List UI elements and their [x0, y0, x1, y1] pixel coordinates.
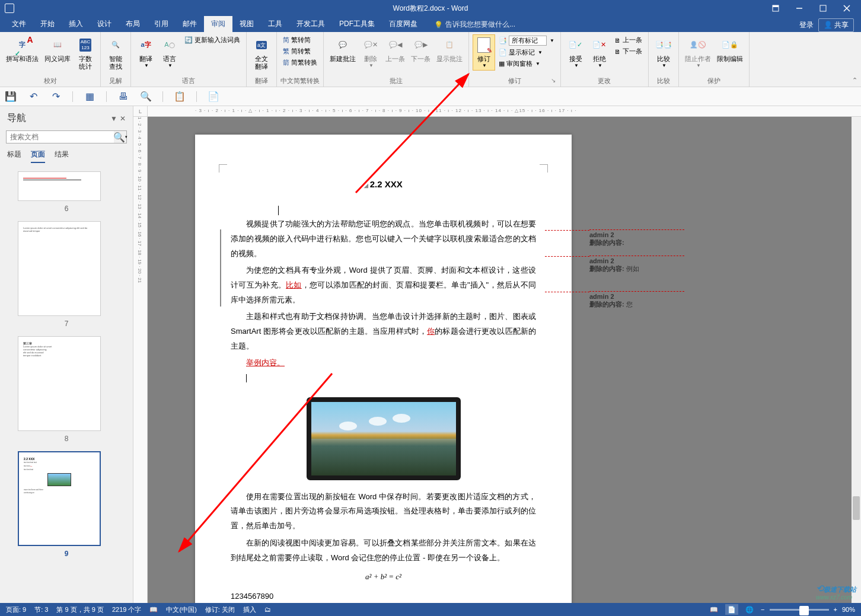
- track-changes-button[interactable]: ✎ 修订▼: [473, 34, 495, 71]
- tab-references[interactable]: 引用: [147, 16, 176, 32]
- trad-to-simp-button[interactable]: 繁简转繁: [280, 46, 320, 57]
- zoom-in-button[interactable]: +: [834, 606, 837, 613]
- document-scroll[interactable]: ◢ 2.2 XXX 视频提供了功能强大的方法帮助您证明您的观点。当您单击联机视频…: [148, 117, 861, 603]
- tab-pdf[interactable]: PDF工具集: [332, 16, 382, 32]
- tab-view[interactable]: 视图: [232, 16, 261, 32]
- maximize-button[interactable]: [811, 0, 835, 17]
- redo-button[interactable]: ↷: [50, 91, 62, 103]
- status-page-of[interactable]: 第 9 页，共 9 页: [56, 605, 103, 614]
- delete-comment-button[interactable]: 💬✕ 删除▼: [359, 34, 382, 71]
- language-button[interactable]: A◯ 语言▼: [158, 34, 181, 71]
- save-button[interactable]: 💾: [5, 91, 17, 103]
- page-thumb-6[interactable]: [18, 171, 101, 201]
- review-pane-button[interactable]: ▦审阅窗格▼: [496, 58, 557, 69]
- spelling-button[interactable]: 字A✓ 拼写和语法: [4, 34, 41, 65]
- smart-lookup-button[interactable]: 🔍 智能 查找: [104, 34, 127, 72]
- tab-developer[interactable]: 开发工具: [289, 16, 332, 32]
- view-read-button[interactable]: 📖: [707, 604, 720, 615]
- new-comment-button[interactable]: 💬 新建批注: [327, 34, 358, 65]
- status-page[interactable]: 页面: 9: [6, 605, 26, 614]
- login-link[interactable]: 登录: [799, 20, 814, 30]
- view-print-button[interactable]: 📄: [725, 604, 738, 615]
- simp-to-trad-button[interactable]: 简繁转简: [280, 34, 320, 46]
- status-words[interactable]: 2219 个字: [112, 605, 142, 614]
- ribbon-display-options-icon[interactable]: [764, 0, 787, 17]
- full-translate-button[interactable]: a文 全文 翻译: [250, 34, 273, 72]
- tab-design[interactable]: 设计: [90, 16, 119, 32]
- translate-button[interactable]: a字 翻译▼: [135, 34, 157, 71]
- prev-change-button[interactable]: 🗎上一条: [612, 34, 645, 46]
- qa-print-icon[interactable]: 🖶: [117, 91, 129, 103]
- revision-label: 删除的内容:: [589, 239, 624, 246]
- nav-tab-headings[interactable]: 标题: [7, 149, 21, 163]
- thesaurus-button[interactable]: 📖 同义词库: [42, 34, 73, 65]
- zoom-out-button[interactable]: −: [761, 606, 764, 613]
- doc-heading: ◢ 2.2 XXX: [231, 176, 536, 193]
- vertical-ruler[interactable]: 1 · 2 · 3 · 4 · 5 · 6 · 7 · 8 · 9 · 10 ·…: [133, 117, 148, 603]
- status-section[interactable]: 节: 3: [34, 605, 48, 614]
- tab-review[interactable]: 审阅: [204, 16, 232, 32]
- close-button[interactable]: [835, 0, 859, 17]
- show-comments-button[interactable]: 📋 显示批注: [434, 34, 465, 65]
- share-button[interactable]: 👤 共享: [818, 18, 854, 32]
- next-comment-button[interactable]: 💬▶ 下一条: [409, 34, 433, 65]
- revision-balloon-1[interactable]: admin 2 删除的内容:: [589, 229, 684, 247]
- vertical-scrollbar[interactable]: [852, 117, 861, 603]
- accept-button[interactable]: 📄✓ 接受▼: [565, 34, 587, 71]
- tell-me-search[interactable]: 💡 告诉我您想要做什么...: [429, 17, 520, 32]
- accept-label: 接受: [569, 55, 582, 63]
- markup-dropdown[interactable]: 📑所有标记▼: [496, 34, 557, 47]
- restrict-editing-button[interactable]: 📄🔒 限制编辑: [715, 34, 745, 65]
- show-markup-button[interactable]: 📄显示标记▼: [496, 47, 557, 58]
- tab-layout[interactable]: 布局: [119, 16, 147, 32]
- update-ime-button[interactable]: 🔄 更新输入法词典: [182, 34, 243, 46]
- collapse-ribbon-icon[interactable]: ⌃: [852, 76, 857, 84]
- ime-icon: 🔄: [184, 36, 193, 44]
- minimize-button[interactable]: [787, 0, 811, 17]
- page-thumb-9[interactable]: 2.2 XXX text text text texttext text ---…: [18, 451, 101, 546]
- status-track[interactable]: 修订: 关闭: [205, 605, 235, 614]
- zoom-level[interactable]: 90%: [842, 606, 855, 613]
- page-thumb-7[interactable]: Lorem ipsum dolor sit amet consectetur a…: [18, 221, 101, 316]
- tab-tools[interactable]: 工具: [261, 16, 289, 32]
- qa-find-icon[interactable]: 🔍: [140, 91, 152, 103]
- nav-tab-results[interactable]: 结果: [55, 149, 69, 163]
- undo-button[interactable]: ↶: [27, 91, 39, 103]
- prev-comment-button[interactable]: 💬◀ 上一条: [383, 34, 407, 65]
- spelling-label: 拼写和语法: [6, 55, 39, 63]
- block-authors-button[interactable]: 👤🚫 阻止作者▼: [683, 34, 713, 71]
- nav-search-input[interactable]: [6, 130, 127, 143]
- status-extra-icon[interactable]: 🗂: [264, 606, 271, 613]
- word-count-button[interactable]: ABC123 字数 统计: [74, 34, 97, 72]
- next-change-button[interactable]: 🗎下一条: [612, 46, 645, 57]
- revision-balloon-3[interactable]: admin 2 删除的内容: 您: [589, 291, 684, 309]
- tab-baidu[interactable]: 百度网盘: [382, 16, 425, 32]
- status-language[interactable]: 中文(中国): [166, 605, 196, 614]
- convert-button[interactable]: 箭简繁转换: [280, 57, 320, 68]
- zoom-slider[interactable]: [770, 609, 829, 611]
- tab-mailings[interactable]: 邮件: [176, 16, 204, 32]
- nav-dropdown-icon[interactable]: ▼: [110, 114, 117, 123]
- qa-layout-icon[interactable]: ▦: [84, 91, 95, 103]
- next-change-icon: 🗎: [614, 48, 621, 55]
- compare-button[interactable]: 📑📑 比较▼: [652, 34, 675, 71]
- search-icon[interactable]: 🔍▾: [114, 130, 127, 143]
- scrollbar-thumb[interactable]: [853, 496, 860, 520]
- view-web-button[interactable]: 🌐: [743, 604, 756, 615]
- tab-file[interactable]: 文件: [5, 16, 33, 32]
- document-page[interactable]: ◢ 2.2 XXX 视频提供了功能强大的方法帮助您证明您的观点。当您单击联机视频…: [195, 135, 572, 603]
- horizontal-ruler[interactable]: · 3 · ı · 2 · ı · 1 · ı · △ · ı · 1 · ı …: [148, 106, 861, 117]
- tab-insert[interactable]: 插入: [62, 16, 90, 32]
- tab-home[interactable]: 开始: [33, 16, 62, 32]
- nav-close-icon[interactable]: ✕: [120, 114, 126, 123]
- embedded-image[interactable]: [307, 397, 461, 480]
- qa-copy-icon[interactable]: 📋: [174, 91, 186, 103]
- reject-button[interactable]: 📄✕ 拒绝▼: [588, 34, 611, 71]
- nav-tab-pages[interactable]: 页面: [31, 149, 45, 163]
- revision-balloon-2[interactable]: admin 2 删除的内容: 例如: [589, 256, 684, 273]
- page-thumb-8[interactable]: 第三章Lorem ipsum dolor sit ametconsectetur…: [18, 336, 101, 431]
- status-insert[interactable]: 插入: [243, 605, 256, 614]
- tracking-launcher[interactable]: ↘: [551, 77, 558, 84]
- zoom-slider-thumb[interactable]: [799, 606, 809, 615]
- qa-paste-icon[interactable]: 📄: [208, 91, 219, 103]
